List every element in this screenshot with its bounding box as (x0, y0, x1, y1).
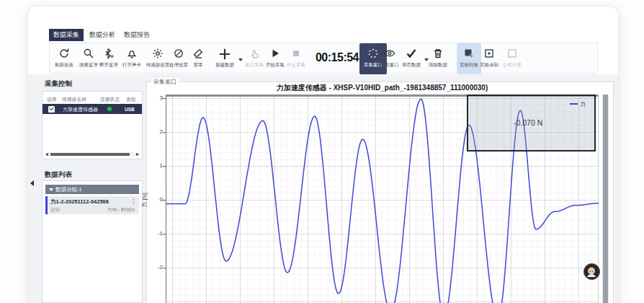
collect-timer: 00:15:54 (315, 51, 359, 64)
toolbar-item-label: 清除数据 (422, 61, 454, 68)
sensor-table-hscrollbar[interactable] (45, 152, 140, 157)
tab-data-analysis[interactable]: 数据分析 (85, 29, 120, 41)
data-item-status: 运行 (50, 206, 61, 214)
vscroll-thumb[interactable] (603, 95, 608, 303)
col-select: 选择 (47, 96, 57, 103)
chart-title: 力加速度传感器 - XHSP-V10HID_path_-1981348857_1… (166, 83, 599, 93)
data-group-header[interactable]: 数据分组-1 (45, 185, 139, 194)
y-tick-3: 3 (148, 95, 163, 101)
y-tick-2: 2 (148, 128, 163, 135)
plus-icon (209, 47, 241, 60)
item-accent-bar (45, 196, 48, 214)
y-tick-m2: -2 (148, 264, 163, 271)
y-axis-label: 力 [N] (140, 185, 148, 216)
avatar-face-icon (584, 264, 599, 278)
chart-legend: 力 (570, 100, 586, 108)
data-list-item[interactable]: 力1-2-20251112-042506 ⋮ 运行 力/N - 时间/s (45, 196, 139, 214)
tab-data-report[interactable]: 数据报告 (120, 29, 154, 41)
y-tick-m1: -1 (148, 230, 163, 237)
sidebar-collapse-handle[interactable] (30, 180, 34, 186)
legend-label: 力 (580, 101, 586, 107)
data-item-title: 力1-2-20251112-042506 (50, 198, 109, 206)
sensor-type: USB (125, 107, 135, 112)
col-type: 类型 (126, 96, 136, 103)
chart-vscrollbar[interactable] (602, 95, 609, 303)
col-status: 连接状态 (100, 96, 120, 103)
col-sensor-name: 传感器名称 (62, 96, 86, 103)
stop-collect-button[interactable]: 停止采集 (280, 47, 312, 68)
collect-control-title: 采集控制 (45, 79, 72, 89)
data-group-label: 数据分组-1 (55, 186, 82, 193)
toolbar-item-label: 新建数据 (209, 61, 241, 68)
tab-data-collect[interactable]: 数据采集 (49, 29, 84, 41)
data-list-card: 数据分组-1 力1-2-20251112-042506 ⋮ 运行 力/N - 时… (42, 180, 143, 303)
scroll-right-icon[interactable] (136, 153, 139, 156)
assistant-avatar-button[interactable] (583, 263, 600, 280)
trash-icon (422, 47, 454, 60)
data-item-axes: 力/N - 时间/s (107, 206, 135, 214)
sensor-checkbox[interactable] (48, 106, 55, 113)
chevron-down-icon (49, 188, 53, 191)
legend-line-icon (570, 103, 578, 105)
formula-calc-button[interactable]: 公式计算 (496, 47, 528, 68)
toolbar: 刷新设备 搜索蓝牙 断开蓝牙 打开声卡 传感器设置 处理设置 置零 新建数据 (49, 43, 598, 74)
new-data-button[interactable]: 新建数据 (209, 47, 241, 68)
y-tick-0: 0 (148, 196, 163, 203)
sensor-name: 力加速度传感器 (63, 106, 98, 113)
status-dot-icon (107, 107, 112, 111)
y-tick-1: 1 (148, 162, 163, 169)
sensor-table-row[interactable]: 力加速度传感器 USB (43, 104, 142, 114)
frame-icon (496, 47, 528, 60)
hscroll-thumb[interactable] (50, 153, 130, 156)
toolbar-item-label: 公式计算 (496, 61, 528, 68)
data-list-title: 数据列表 (45, 170, 72, 180)
clear-data-button[interactable]: 清除数据 (422, 47, 454, 68)
sensor-table-card: 选择 传感器名称 连接状态 类型 力加速度传感器 USB (42, 91, 143, 159)
item-menu-icon[interactable]: ⋮ (130, 198, 136, 205)
value-annotation: -0.070 N (514, 118, 542, 127)
stop-icon (280, 47, 312, 60)
toolbar-item-label: 停止采集 (280, 61, 312, 68)
scroll-left-icon[interactable] (45, 153, 48, 156)
